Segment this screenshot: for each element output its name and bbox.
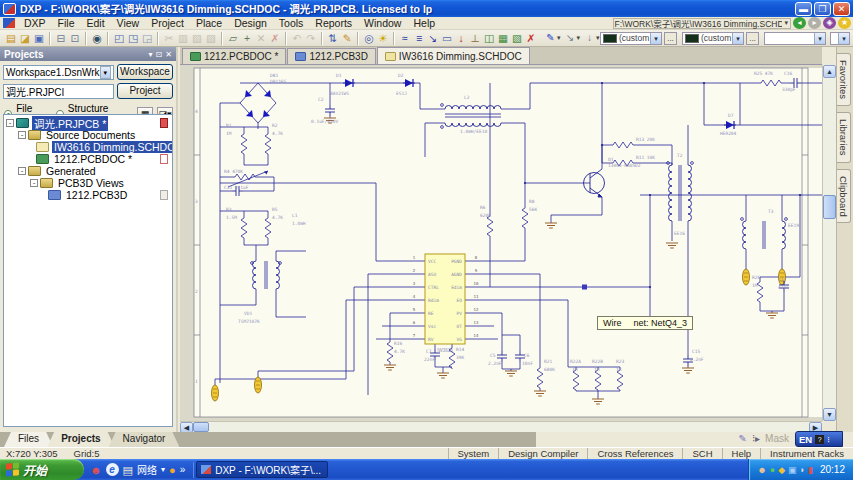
tree-item-schdoc[interactable]: IW3616 Dimming.SCHDOC [4, 141, 172, 153]
project-button[interactable]: Project [117, 83, 173, 99]
close-icon[interactable]: ✕ [165, 50, 172, 59]
place-sheet-symbol-icon[interactable]: ▦ [497, 31, 510, 45]
zoom-all-objects-icon[interactable]: ◳ [127, 31, 140, 45]
ql-ie-icon[interactable]: e [106, 463, 119, 476]
chevron-down-icon[interactable]: ▾ [577, 34, 584, 42]
ql-update-icon[interactable]: ● [169, 461, 176, 479]
project-field[interactable]: 调光.PRJPCI [3, 84, 114, 99]
place-wire-icon[interactable]: ≈ [399, 31, 412, 45]
fill-color-combo[interactable]: (custom ▾ [682, 32, 744, 45]
forward-icon[interactable]: ▸ [808, 17, 821, 29]
home-icon[interactable]: ◈ [823, 17, 836, 29]
panel-menu-icon[interactable]: ▾ [149, 50, 153, 59]
place-part-icon[interactable]: ◫ [483, 31, 496, 45]
collapse-icon[interactable]: - [18, 167, 26, 175]
ql-messenger-icon[interactable]: ☻ [90, 461, 102, 479]
chevron-down-icon[interactable]: ▾ [161, 461, 165, 479]
tray-shield-icon[interactable]: ● [770, 461, 775, 479]
filter-highlight-icon[interactable]: ☀ [377, 31, 390, 45]
panel-system[interactable]: System [448, 448, 499, 459]
vertical-scroll-thumb[interactable] [823, 195, 836, 219]
ql-document-icon[interactable]: ▤ [123, 461, 133, 479]
collapse-icon[interactable]: - [18, 131, 26, 139]
menu-design[interactable]: Design [228, 17, 273, 29]
print-preview-icon[interactable]: ⊡ [69, 31, 82, 45]
tab-projects[interactable]: Projects [47, 432, 114, 447]
save-document-icon[interactable]: ▣ [33, 31, 46, 45]
bus-tools-icon[interactable]: ↘ [564, 31, 576, 45]
print-icon[interactable]: ⊟ [55, 31, 68, 45]
zoom-document-icon[interactable]: ◰ [113, 31, 126, 45]
scroll-up-icon[interactable]: ▲ [823, 65, 836, 78]
tree-item-pcb3d[interactable]: 1212.PCB3D [4, 189, 172, 201]
ql-more-icon[interactable]: » [180, 464, 186, 475]
tree-item-project[interactable]: - 调光.PRJPCB * [4, 117, 172, 129]
wire-color-combo[interactable]: (custom ▾ [600, 32, 662, 45]
wire-hover-marker[interactable] [582, 285, 587, 290]
small-combo[interactable]: ▾ [830, 32, 850, 45]
line-width-combo[interactable]: ▾ [764, 32, 826, 45]
menu-tools[interactable]: Tools [273, 17, 310, 29]
port-output-1[interactable] [743, 269, 750, 285]
mask-level-icon[interactable]: ⁝▸ [752, 433, 760, 444]
tree-item-generated[interactable]: - Generated [4, 165, 172, 177]
chevron-down-icon[interactable]: ▾ [557, 34, 564, 42]
minimize-button[interactable]: ▬ [795, 2, 812, 16]
zoom-selected-icon[interactable]: ◲ [141, 31, 154, 45]
ql-network-label[interactable]: 网络 [137, 462, 157, 477]
annotate-pencil-icon[interactable]: ✎ [739, 433, 747, 444]
vertical-scrollbar[interactable]: ▲ ▼ [822, 65, 836, 421]
horizontal-scrollbar[interactable]: ◀ ▶ [180, 421, 822, 432]
tab-files[interactable]: Files [4, 432, 53, 447]
pin-icon[interactable]: ⊡ [156, 50, 163, 59]
panel-design-compiler[interactable]: Design Compiler [498, 448, 587, 459]
find-similar-icon[interactable]: ◎ [363, 31, 376, 45]
panel-sch[interactable]: SCH [682, 448, 721, 459]
tab-iw3616-schdoc[interactable]: IW3616 Dimming.SCHDOC [377, 47, 530, 64]
tray-update-icon[interactable]: ◆ [778, 461, 785, 479]
restore-button[interactable]: ❐ [814, 2, 831, 16]
annotate-icon[interactable]: ✎ [341, 31, 354, 45]
language-label[interactable]: EN [799, 434, 812, 445]
back-icon[interactable]: ◂ [793, 17, 806, 29]
menu-project[interactable]: Project [145, 17, 190, 29]
panel-help[interactable]: Help [722, 448, 761, 459]
cross-probe-icon[interactable]: ⇅ [327, 31, 340, 45]
scroll-left-icon[interactable]: ◀ [180, 422, 193, 433]
menu-edit[interactable]: Edit [81, 17, 111, 29]
tab-navigator[interactable]: Navigator [109, 432, 180, 447]
collapse-icon[interactable]: - [30, 179, 38, 187]
place-bus-icon[interactable]: ≡ [413, 31, 426, 45]
new-document-icon[interactable]: ▤ [5, 31, 18, 45]
tab-1212-pcb3d[interactable]: 1212.PCB3D [287, 48, 375, 64]
menu-reports[interactable]: Reports [309, 17, 358, 29]
start-button[interactable]: 开始 [0, 459, 84, 480]
tab-libraries[interactable]: Libraries [837, 112, 851, 162]
menu-dxp[interactable]: DXP [18, 17, 52, 29]
taskbar-task-dxp[interactable]: DXP - F:\WORK\案子\... [196, 461, 328, 478]
menu-view[interactable]: View [111, 17, 146, 29]
panel-cross-references[interactable]: Cross References [587, 448, 682, 459]
help-icon[interactable]: ? [815, 435, 824, 444]
tab-favorites[interactable]: Favorites [837, 53, 851, 106]
tree-item-pcbdoc[interactable]: 1212.PCBDOC * [4, 153, 172, 165]
menu-file[interactable]: File [52, 17, 81, 29]
wire-color-more-button[interactable]: ... [664, 32, 677, 45]
horizontal-scroll-thumb[interactable] [193, 422, 209, 432]
tray-messenger-icon[interactable]: ☻ [757, 461, 766, 479]
power-tools-icon[interactable]: ↓ [584, 31, 596, 45]
tray-lock-icon[interactable]: ▮ [808, 461, 813, 479]
close-button[interactable]: ✕ [833, 2, 850, 16]
open-document-icon[interactable]: ◪ [19, 31, 32, 45]
schematic-sheet[interactable] [180, 65, 822, 421]
tray-volume-icon[interactable]: ◗ [800, 461, 805, 479]
port-input-1[interactable] [255, 377, 262, 393]
compile-errors-icon[interactable]: ✗ [525, 31, 538, 45]
tree-item-source-documents[interactable]: - Source Documents [4, 129, 172, 141]
mask-label[interactable]: Mask [765, 433, 789, 444]
fill-color-more-button[interactable]: ... [746, 32, 759, 45]
move-selected-icon[interactable]: + [241, 31, 254, 45]
workspace-button[interactable]: Workspace [117, 64, 173, 80]
schematic-canvas[interactable]: VCC1ASU2CTRL3Rdim4RE5Vsc6RV7PGND8AGND9Ed… [180, 65, 822, 421]
menu-help[interactable]: Help [407, 17, 441, 29]
